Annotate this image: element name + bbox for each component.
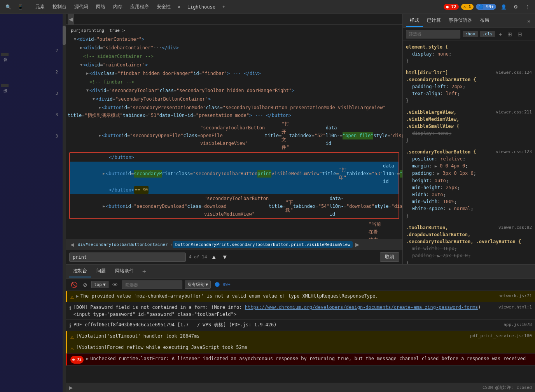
dom-line-selected: ▶ <button id=secondaryPrint" class="seco… xyxy=(70,162,399,186)
styles-tab-layout[interactable]: 布局 xyxy=(476,15,493,27)
console-footer: ▶ CSDN @清如许: closed xyxy=(66,383,535,392)
pseudo-hov-btn[interactable]: :hov xyxy=(463,31,478,37)
styles-tabs: 样式 已计算 事件侦听器 布局 » xyxy=(403,14,535,28)
breadcrumb-item-2[interactable]: button#secondaryPrint.secondaryToolbarBu… xyxy=(173,241,352,248)
console-message-2: ℹ [DOM] Password field is not contained … xyxy=(66,302,535,320)
dom-line: ▶ <div id="sidebarContainer" ···</div> xyxy=(66,44,402,52)
styles-tab-computed[interactable]: 已计算 xyxy=(423,15,445,27)
styles-tab-icons: » xyxy=(526,17,532,25)
tab-network[interactable]: 网络 xyxy=(93,2,108,12)
styles-filter-input[interactable] xyxy=(406,30,460,38)
toolbar-inspect-btn[interactable]: 🔍 xyxy=(3,3,14,11)
scroll-thumb[interactable] xyxy=(63,26,66,45)
tab-sources[interactable]: 源代码 xyxy=(71,2,91,12)
style-selector: .dropdownToolbarButton, xyxy=(406,232,470,237)
dom-line: <!-- sidebarContainer --> xyxy=(66,52,402,61)
console-level-select[interactable]: 所有级别 ▼ xyxy=(185,280,211,289)
style-rule-toolbar: .toolbarButton,viewer.css:92 .dropdownTo… xyxy=(406,224,532,264)
console-tab-network-conditions[interactable]: 网络条件 xyxy=(111,265,138,277)
msg-source-3[interactable]: app.js:1078 xyxy=(500,321,532,328)
console-info-count: 🔵 99+ xyxy=(215,282,231,287)
breadcrumb-scroll-left[interactable]: ◀ xyxy=(69,239,75,250)
styles-panel: 样式 已计算 事件侦听器 布局 » :hov .cls + ⊞ ⊟ xyxy=(403,14,535,264)
tab-console[interactable]: 控制台 xyxy=(49,2,70,12)
styles-icon-1[interactable]: ⊞ xyxy=(506,30,514,38)
settings-btn[interactable]: ⚙ xyxy=(511,3,520,11)
breadcrumb-bar: ◀ div#secondaryToolbarButtonContainer › … xyxy=(66,239,402,250)
search-cancel-btn[interactable]: 取消 xyxy=(380,252,399,262)
console-top-select[interactable]: top ▼ xyxy=(91,281,108,288)
styles-content: element.style { display: none; } html[di… xyxy=(403,40,535,264)
info-icon-2: ℹ xyxy=(69,305,71,312)
tab-elements[interactable]: 元素 xyxy=(32,2,48,12)
scroll-bar xyxy=(63,14,66,392)
style-rule-secondary: .secondaryToolbarButton {viewer.css:123 … xyxy=(406,148,532,220)
msg-text-5: [Violation]Forced reflow while executing… xyxy=(76,344,529,351)
footer-closed: closed xyxy=(516,385,532,390)
dom-line: ▶ <a href="#page=1&zoom=auto,-17,601" id… xyxy=(66,220,402,239)
search-bar: 4 of 14 ▲ ▼ 取消 xyxy=(66,250,402,264)
red-highlight-box: </button> ▶ <button id=secondaryPrint" c… xyxy=(69,152,399,219)
tab-application[interactable]: 应用程序 xyxy=(127,2,152,12)
console-eye-btn[interactable]: 👁 xyxy=(111,281,119,289)
tab-security[interactable]: 安全性 xyxy=(154,2,174,12)
tab-lighthouse[interactable]: Lighthouse xyxy=(184,3,219,11)
msg-link-2[interactable]: https://www.chromium.org/developers/desi… xyxy=(245,305,478,310)
console-messages: ⚠ ▶ The provided value 'moz-chunked-arra… xyxy=(66,291,535,383)
dom-line-selected: </button> == $0 xyxy=(70,186,399,194)
msg-source-2[interactable]: viewer.html:1 xyxy=(495,304,532,311)
sidebar-tab-1[interactable]: 议 xyxy=(1,53,9,56)
console-filter-input[interactable] xyxy=(122,280,182,289)
toolbar-expand-btn[interactable]: » xyxy=(175,3,183,11)
console-tab-console[interactable]: 控制台 xyxy=(69,265,91,277)
dom-line: ▶ <div class="findbar hidden doorHanger"… xyxy=(66,69,402,78)
msg-source-4[interactable]: pdf_print_service.js:180 xyxy=(467,333,532,340)
style-selector: .secondaryToolbarButton { xyxy=(406,148,476,155)
style-selector: .secondaryToolbarButton, .overlayButton … xyxy=(406,239,521,244)
main-area: 议 级 2 2 3 3 3 ◀ xyxy=(0,14,535,392)
dom-line: purjsprinting= true > xyxy=(66,26,402,35)
msg-triangle-1[interactable]: ▶ xyxy=(76,293,79,300)
dom-tree[interactable]: purjsprinting= true > ▼ <div id="outerCo… xyxy=(66,25,402,239)
dom-line: ▶ <button id="secondaryPresentationMode"… xyxy=(66,103,402,120)
breadcrumb-item-1[interactable]: div#secondaryToolbarButtonContainer xyxy=(75,241,170,248)
error-badge-6: ⊗ 72 xyxy=(70,356,84,364)
style-selector: .visibleLargeView, xyxy=(406,109,456,116)
toolbar-separator-1 xyxy=(29,3,29,11)
styles-expand-btn[interactable]: » xyxy=(526,17,532,25)
search-down-btn[interactable]: ▼ xyxy=(221,254,229,261)
styles-tab-event-listeners[interactable]: 事件侦听器 xyxy=(445,15,476,27)
devtools-main: ◀ purjsprinting= true > ▼ <div id="outer… xyxy=(66,14,535,264)
search-input[interactable] xyxy=(69,253,186,262)
msg-triangle-6[interactable]: ▶ xyxy=(86,355,89,362)
profile-btn[interactable]: 👤 xyxy=(498,3,509,11)
console-clear-btn[interactable]: 🚫 xyxy=(69,281,79,289)
add-style-rule-btn[interactable]: + xyxy=(497,30,504,38)
pseudo-cls-btn[interactable]: .cls xyxy=(480,31,495,37)
left-panel: 议 级 2 2 3 3 3 xyxy=(0,14,66,392)
console-tab-issues[interactable]: 问题 xyxy=(93,265,110,277)
console-message-5: ⚠ [Violation]Forced reflow while executi… xyxy=(66,342,535,354)
msg-source-1[interactable]: network.js:71 xyxy=(495,293,532,300)
styles-icon-2[interactable]: ⊟ xyxy=(516,30,524,38)
bottom-panel: 控制台 问题 网络条件 + 🚫 ⊘ top ▼ 👁 所有级别 ▼ 🔵 xyxy=(66,264,535,392)
sidebar-numbers: 2 2 3 3 3 xyxy=(56,45,58,142)
search-up-btn[interactable]: ▲ xyxy=(210,254,218,261)
warn-icon-4: ⚠ xyxy=(70,333,73,340)
style-selector: .visibleSmallView { xyxy=(406,124,459,129)
console-prompt-btn[interactable]: ▶ xyxy=(69,385,73,390)
tab-memory[interactable]: 内存 xyxy=(110,2,126,12)
console-tab-add-btn[interactable]: + xyxy=(139,266,149,277)
toolbar-device-btn[interactable]: 📱 xyxy=(15,3,26,11)
sidebar-tab-2[interactable]: 级 xyxy=(1,84,9,87)
console-filter-btn[interactable]: ⊘ xyxy=(81,281,89,289)
breadcrumb-scroll-right[interactable]: ▶ xyxy=(354,239,360,250)
more-btn[interactable]: ⋮ xyxy=(523,3,532,11)
msg-text-6: Unchecked runtime.lastError: A listener … xyxy=(90,355,532,362)
style-rule-html: html[dir="ltr"]viewer.css:124 .secondary… xyxy=(406,69,532,104)
styles-tab-styles[interactable]: 样式 xyxy=(406,15,423,27)
toolbar-add-btn[interactable]: + xyxy=(220,3,227,11)
style-selector: html[dir="ltr"] xyxy=(406,70,448,75)
console-message-3: ℹ PDF eff6f06e1f8f403b850c6ca1e6951794 [… xyxy=(66,320,535,331)
dom-scroll-left-btn[interactable]: ◀ xyxy=(68,14,74,24)
